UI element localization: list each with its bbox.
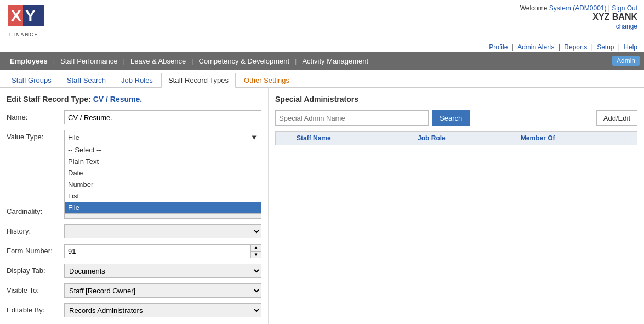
history-label: History: xyxy=(7,224,64,235)
main-nav: Employees | Staff Performance | Leave & … xyxy=(0,52,644,70)
help-link[interactable]: Help xyxy=(624,43,637,51)
spinner-up[interactable]: ▲ xyxy=(250,244,261,251)
name-label: Name: xyxy=(7,110,64,121)
welcome-label: Welcome xyxy=(520,4,548,12)
admin-badge: Admin xyxy=(612,56,640,66)
panel-title: Edit Staff Record Type: CV / Resume. xyxy=(7,95,261,104)
user-link[interactable]: System (ADM0001) xyxy=(549,4,607,12)
tab-staff-groups[interactable]: Staff Groups xyxy=(4,73,59,87)
option-number[interactable]: Number xyxy=(65,179,261,190)
editable-by-row: Editable By: Records Administrators xyxy=(7,303,261,317)
option-date[interactable]: Date xyxy=(65,167,261,179)
tab-staff-search[interactable]: Staff Search xyxy=(60,73,113,87)
content: Edit Staff Record Type: CV / Resume. Nam… xyxy=(0,88,644,324)
display-tab-control: Documents xyxy=(64,264,261,278)
value-type-selected: File xyxy=(68,133,79,141)
col-staff-name: Staff Name xyxy=(292,132,413,145)
value-type-display[interactable]: File ▼ xyxy=(64,130,261,144)
search-button[interactable]: Search xyxy=(432,110,470,126)
display-tab-select[interactable]: Documents xyxy=(64,264,261,278)
value-type-dropdown[interactable]: File ▼ -- Select -- Plain Text Date Numb… xyxy=(64,130,261,144)
panel-title-text: Edit Staff Record Type: xyxy=(7,95,91,104)
company-name: XYZ BANK xyxy=(520,12,637,22)
visible-to-select[interactable]: Staff [Record Owner] xyxy=(64,283,261,298)
signout-link[interactable]: Sign Out xyxy=(612,4,637,12)
col-job-role: Job Role xyxy=(413,132,516,145)
nav-employees[interactable]: Employees xyxy=(4,54,53,69)
top-bar: X Y FINANCE Welcome System (ADM0001) | S… xyxy=(0,0,644,42)
add-edit-button[interactable]: Add/Edit xyxy=(596,110,637,126)
right-panel: Special Administrators Search Add/Edit S… xyxy=(269,88,644,324)
admin-alerts-link[interactable]: Admin Alerts xyxy=(517,43,554,51)
setup-link[interactable]: Setup xyxy=(597,43,614,51)
cardinality-label: Cardinality: xyxy=(7,204,64,215)
logo: X Y FINANCE xyxy=(7,4,56,40)
left-panel: Edit Staff Record Type: CV / Resume. Nam… xyxy=(0,88,269,324)
table-header: Staff Name Job Role Member Of xyxy=(276,132,637,145)
nav-competency[interactable]: Competency & Development xyxy=(193,54,295,69)
form-number-control: ▲ ▼ xyxy=(64,244,261,258)
nav-activity[interactable]: Activity Management xyxy=(297,54,374,69)
value-type-control: File ▼ -- Select -- Plain Text Date Numb… xyxy=(64,130,261,144)
value-type-row: Value Type: File ▼ -- Select -- Plain Te… xyxy=(7,130,261,144)
tab-staff-record-types[interactable]: Staff Record Types xyxy=(161,73,236,88)
col-checkbox xyxy=(276,132,292,145)
results-table: Staff Name Job Role Member Of xyxy=(275,131,637,145)
spinner-buttons: ▲ ▼ xyxy=(250,244,261,258)
display-tab-row: Display Tab: Documents xyxy=(7,264,261,278)
visible-to-control: Staff [Record Owner] xyxy=(64,283,261,298)
name-input[interactable] xyxy=(64,110,261,124)
value-type-label: Value Type: xyxy=(7,130,64,141)
form-number-input[interactable] xyxy=(64,244,261,258)
dropdown-arrow-icon: ▼ xyxy=(250,133,258,141)
profile-link[interactable]: Profile xyxy=(489,43,508,51)
top-nav: Profile | Admin Alerts | Reports | Setup… xyxy=(0,42,644,52)
search-bar: Search Add/Edit xyxy=(275,110,637,126)
tab-job-roles[interactable]: Job Roles xyxy=(114,73,160,87)
editable-by-select[interactable]: Records Administrators xyxy=(64,303,261,317)
form-number-row: Form Number: ▲ ▼ xyxy=(7,244,261,258)
svg-text:Y: Y xyxy=(25,7,36,24)
history-control xyxy=(64,224,261,238)
special-admins-title: Special Administrators xyxy=(275,95,637,104)
editable-by-label: Editable By: xyxy=(7,303,64,314)
special-admin-search-input[interactable] xyxy=(275,110,429,126)
history-select[interactable] xyxy=(64,224,261,238)
visible-to-row: Visible To: Staff [Record Owner] xyxy=(7,283,261,298)
history-row: History: xyxy=(7,224,261,238)
logo-area: X Y FINANCE xyxy=(7,4,56,40)
value-type-options: -- Select -- Plain Text Date Number List… xyxy=(64,144,261,214)
change-link[interactable]: change xyxy=(616,22,637,30)
sub-nav: Staff Groups Staff Search Job Roles Staf… xyxy=(0,70,644,88)
svg-text:FINANCE: FINANCE xyxy=(9,32,39,37)
name-row: Name: xyxy=(7,110,261,124)
svg-text:X: X xyxy=(11,7,21,24)
option-file[interactable]: File xyxy=(65,202,261,213)
form-number-spinner: ▲ ▼ xyxy=(64,244,261,258)
option-plain-text[interactable]: Plain Text xyxy=(65,156,261,167)
nav-staff-performance[interactable]: Staff Performance xyxy=(55,54,123,69)
header-row: Staff Name Job Role Member Of xyxy=(276,132,637,145)
form-number-label: Form Number: xyxy=(7,244,64,255)
top-right: Welcome System (ADM0001) | Sign Out XYZ … xyxy=(520,4,637,30)
tab-other-settings[interactable]: Other Settings xyxy=(237,73,297,87)
editable-by-control: Records Administrators xyxy=(64,303,261,317)
col-member-of: Member Of xyxy=(516,132,637,145)
spinner-down[interactable]: ▼ xyxy=(250,251,261,258)
visible-to-label: Visible To: xyxy=(7,283,64,294)
reports-link[interactable]: Reports xyxy=(564,43,587,51)
option-list[interactable]: List xyxy=(65,190,261,202)
welcome-text: Welcome System (ADM0001) | Sign Out xyxy=(520,4,637,12)
record-type-link[interactable]: CV / Resume. xyxy=(93,95,142,104)
nav-leave-absence[interactable]: Leave & Absence xyxy=(125,54,191,69)
name-control xyxy=(64,110,261,124)
display-tab-label: Display Tab: xyxy=(7,264,64,275)
option-select[interactable]: -- Select -- xyxy=(65,144,261,156)
